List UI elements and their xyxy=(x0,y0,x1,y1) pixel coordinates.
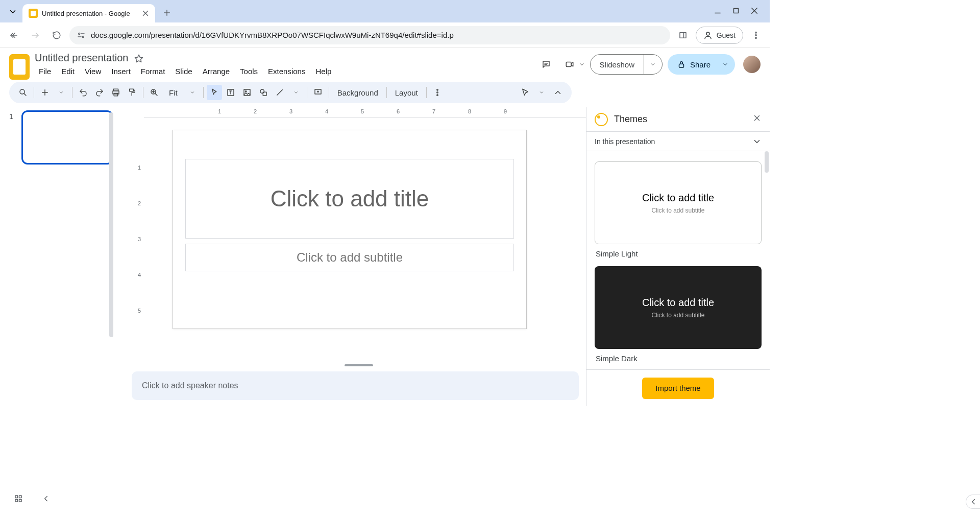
themes-scrollbar[interactable] xyxy=(765,151,769,173)
slideshow-dropdown[interactable] xyxy=(644,55,662,74)
theme-label: Simple Light xyxy=(595,248,762,262)
minimize-button[interactable] xyxy=(713,6,723,17)
tab-title: Untitled presentation - Google xyxy=(42,10,137,17)
menu-format[interactable]: Format xyxy=(137,65,169,78)
svg-point-52 xyxy=(437,95,438,96)
layout-button[interactable]: Layout xyxy=(390,88,423,97)
import-theme-button[interactable]: Import theme xyxy=(642,378,714,399)
ruler-tick: 2 xyxy=(138,200,141,206)
ruler-tick: 1 xyxy=(138,165,141,171)
back-button[interactable] xyxy=(5,27,22,44)
ruler-tick: 3 xyxy=(138,236,141,242)
separator xyxy=(386,87,387,98)
document-title[interactable]: Untitled presentation xyxy=(35,52,128,64)
comments-button[interactable] xyxy=(537,55,555,74)
pointer-mode-button[interactable] xyxy=(518,85,533,100)
theme-card-simple-dark[interactable]: Click to add title Click to add subtitle xyxy=(595,266,762,349)
theme-card-simple-light[interactable]: Click to add title Click to add subtitle xyxy=(595,161,762,244)
title-placeholder[interactable]: Click to add title xyxy=(185,159,514,239)
slide-thumbnail[interactable] xyxy=(21,110,113,165)
zoom-level[interactable]: Fit xyxy=(164,88,183,97)
hide-menus-button[interactable] xyxy=(550,85,566,100)
browser-tab-strip: Untitled presentation - Google xyxy=(0,0,770,22)
print-button[interactable] xyxy=(108,85,124,100)
app-header: Untitled presentation File Edit View Ins… xyxy=(0,48,770,80)
toolbar-row: Fit Background Layout xyxy=(0,80,770,107)
horizontal-ruler: 1 2 3 4 5 6 7 8 9 xyxy=(144,107,586,118)
theme-preview-title: Click to add title xyxy=(642,192,714,204)
shape-tool[interactable] xyxy=(256,85,271,100)
theme-preview-title: Click to add title xyxy=(642,297,714,309)
zoom-dropdown[interactable] xyxy=(185,85,200,100)
notes-resize-handle[interactable] xyxy=(345,364,373,366)
svg-point-17 xyxy=(706,32,709,35)
svg-rect-5 xyxy=(734,9,739,13)
slideshow-button[interactable]: Slideshow xyxy=(590,54,663,75)
meet-button[interactable] xyxy=(560,55,579,74)
textbox-tool[interactable] xyxy=(223,85,238,100)
chrome-menu-button[interactable] xyxy=(747,27,765,44)
paint-format-button[interactable] xyxy=(125,85,140,100)
svg-point-20 xyxy=(755,37,756,38)
browser-tab[interactable]: Untitled presentation - Google xyxy=(22,4,155,22)
browser-toolbar: docs.google.com/presentation/d/16GVfUDKY… xyxy=(0,22,770,48)
zoom-button[interactable] xyxy=(146,85,162,100)
maximize-button[interactable] xyxy=(731,6,741,17)
select-tool[interactable] xyxy=(207,85,222,100)
svg-line-46 xyxy=(277,90,282,96)
window-controls xyxy=(713,6,770,22)
new-slide-button[interactable] xyxy=(37,85,53,100)
side-panel-button[interactable] xyxy=(674,27,692,44)
menu-tools[interactable]: Tools xyxy=(236,65,262,78)
ruler-tick: 2 xyxy=(254,108,257,114)
image-tool[interactable] xyxy=(239,85,255,100)
svg-rect-15 xyxy=(680,32,686,38)
themes-panel: Themes In this presentation Click to add… xyxy=(586,107,770,406)
undo-button[interactable] xyxy=(76,85,91,100)
star-button[interactable] xyxy=(133,53,144,64)
new-slide-dropdown[interactable] xyxy=(54,85,69,100)
comment-tool[interactable] xyxy=(310,85,326,100)
chevron-down-icon[interactable] xyxy=(579,60,585,69)
site-info-icon[interactable] xyxy=(77,31,86,40)
profile-label: Guest xyxy=(717,31,736,39)
menu-extensions[interactable]: Extensions xyxy=(264,65,309,78)
forward-button[interactable] xyxy=(27,27,44,44)
menu-file[interactable]: File xyxy=(35,65,55,78)
line-dropdown[interactable] xyxy=(288,85,304,100)
pointer-dropdown[interactable] xyxy=(534,85,549,100)
svg-point-18 xyxy=(755,32,756,33)
line-tool[interactable] xyxy=(272,85,287,100)
background-button[interactable]: Background xyxy=(332,88,383,97)
filmstrip-scrollbar[interactable] xyxy=(109,112,113,337)
new-tab-button[interactable] xyxy=(159,5,175,20)
tab-close-button[interactable] xyxy=(141,9,150,18)
window-close-button[interactable] xyxy=(749,6,760,17)
tab-search-button[interactable] xyxy=(5,4,20,19)
speaker-notes[interactable]: Click to add speaker notes xyxy=(132,371,579,400)
slide-canvas[interactable]: Click to add title Click to add subtitle xyxy=(173,130,527,329)
themes-section-header[interactable]: In this presentation xyxy=(586,132,770,151)
search-menus-button[interactable] xyxy=(15,85,31,100)
account-avatar[interactable] xyxy=(743,56,761,73)
menu-arrange[interactable]: Arrange xyxy=(199,65,234,78)
more-button[interactable] xyxy=(430,85,445,100)
svg-rect-26 xyxy=(679,64,683,67)
menu-edit[interactable]: Edit xyxy=(57,65,79,78)
subtitle-placeholder[interactable]: Click to add subtitle xyxy=(185,244,514,271)
themes-close-button[interactable] xyxy=(752,113,762,125)
menu-insert[interactable]: Insert xyxy=(107,65,135,78)
menu-help[interactable]: Help xyxy=(311,65,335,78)
address-bar[interactable]: docs.google.com/presentation/d/16GVfUDKY… xyxy=(69,26,670,44)
share-dropdown[interactable] xyxy=(719,60,735,69)
share-button[interactable]: Share xyxy=(668,54,735,75)
slides-logo-icon[interactable] xyxy=(9,54,30,80)
menu-view[interactable]: View xyxy=(81,65,105,78)
filmstrip: 1 xyxy=(9,107,132,406)
svg-point-12 xyxy=(82,36,84,37)
menu-slide[interactable]: Slide xyxy=(171,65,196,78)
profile-chip[interactable]: Guest xyxy=(696,27,743,44)
svg-point-43 xyxy=(245,91,246,92)
reload-button[interactable] xyxy=(48,27,65,44)
redo-button[interactable] xyxy=(92,85,107,100)
